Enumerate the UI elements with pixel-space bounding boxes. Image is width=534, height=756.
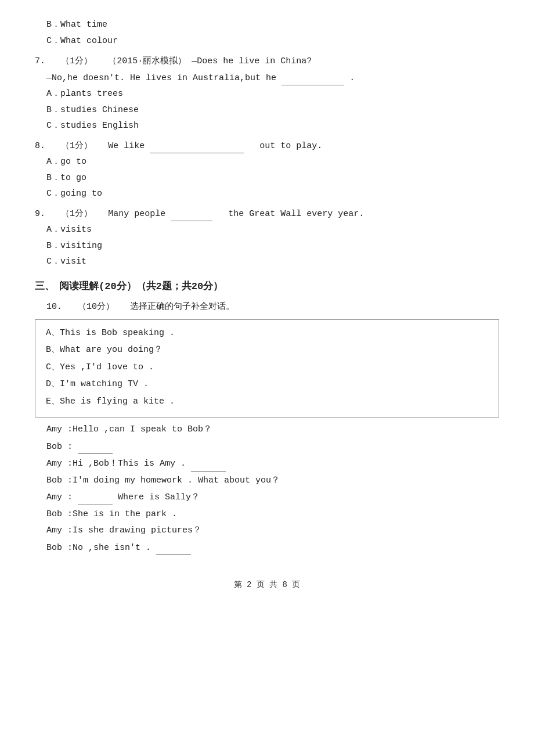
dialog-amy-4: Amy :Is she drawing pictures？ <box>46 523 499 538</box>
section-3-header: 三、 阅读理解(20分）（共2题；共20分） <box>35 279 499 296</box>
q7-blank <box>282 70 344 86</box>
dialog-bob-2: Bob :I'm doing my homework . What about … <box>46 473 499 488</box>
q7-option-c: C．studies English <box>46 118 499 134</box>
dialog-bob-1: Bob : <box>46 439 499 455</box>
dialog-amy-3: Amy : Where is Sally？ <box>46 489 499 505</box>
q8-option-b: B．to go <box>46 171 499 186</box>
page-footer: 第 2 页 共 8 页 <box>35 578 499 592</box>
dialog-bob-4-blank <box>156 540 191 556</box>
prev-option-b: B．What time C．What colour <box>35 17 499 48</box>
option-c-what-colour: C．What colour <box>46 34 499 49</box>
dialog-amy-2: Amy :Hi ,Bob！This is Amy . <box>46 456 499 471</box>
q9-option-b: B．visiting <box>46 239 499 254</box>
page-container: B．What time C．What colour 7. （1分） （2015·… <box>35 17 499 592</box>
q10-choice-a: A、This is Bob speaking . <box>46 326 488 341</box>
q8-blank <box>150 138 244 154</box>
q10-choice-e: E、She is flying a kite . <box>46 394 488 409</box>
q7-response: —No,he doesn't. He lives in Australia,bu… <box>46 70 499 86</box>
q7-option-b: B．studies Chinese <box>46 103 499 118</box>
question-9: 9. （1分） Many people the Great Wall every… <box>35 206 499 269</box>
question-10: 10. （10分） 选择正确的句子补全对话。 A、This is Bob spe… <box>35 300 499 555</box>
dialog-bob-3: Bob :She is in the park . <box>46 507 499 522</box>
q7-option-a: A．plants trees <box>46 87 499 102</box>
q9-option-a: A．visits <box>46 222 499 237</box>
q10-choice-d: D、I'm watching TV . <box>46 377 488 392</box>
q10-dialog: Amy :Hello ,can I speak to Bob？ Bob : Am… <box>46 422 499 555</box>
dialog-amy-3-blank <box>78 489 113 505</box>
question-8: 8. （1分） We like out to play. A．go to B．t… <box>35 138 499 201</box>
q10-choice-b: B、What are you doing？ <box>46 343 488 358</box>
q8-header: 8. （1分） We like out to play. <box>35 138 499 154</box>
question-7: 7. （1分） （2015·丽水模拟） —Does he live in Chi… <box>35 54 499 134</box>
q10-choices-box: A、This is Bob speaking . B、What are you … <box>35 319 499 418</box>
q7-header: 7. （1分） （2015·丽水模拟） —Does he live in Chi… <box>35 54 499 69</box>
q8-option-a: A．go to <box>46 154 499 170</box>
q9-header: 9. （1分） Many people the Great Wall every… <box>35 206 499 222</box>
q10-header: 10. （10分） 选择正确的句子补全对话。 <box>46 300 499 315</box>
q10-choice-c: C、Yes ,I'd love to . <box>46 360 488 375</box>
q9-blank <box>171 206 212 222</box>
q9-option-c: C．visit <box>46 254 499 269</box>
q8-option-c: C．going to <box>46 186 499 201</box>
option-b-what-time: B．What time <box>46 17 499 33</box>
dialog-bob-1-blank <box>78 439 113 455</box>
dialog-bob-4: Bob :No ,she isn't . <box>46 540 499 556</box>
dialog-amy-2-blank <box>191 456 226 471</box>
dialog-amy-1: Amy :Hello ,can I speak to Bob？ <box>46 422 499 437</box>
